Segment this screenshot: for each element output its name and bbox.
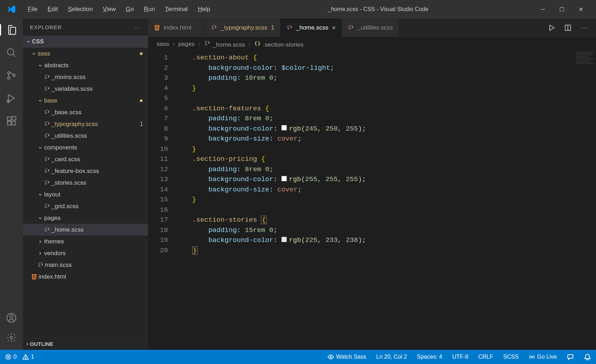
file-row[interactable]: _home.scss bbox=[23, 224, 148, 236]
chevron-right-icon bbox=[25, 342, 30, 347]
file-row[interactable]: _variables.scss bbox=[23, 83, 148, 95]
sass-file-icon bbox=[43, 109, 51, 116]
tab-_utilities-scss[interactable]: _utilities.scss bbox=[342, 19, 399, 37]
go-live[interactable]: Go Live bbox=[529, 354, 557, 360]
vscode-logo-icon bbox=[6, 4, 16, 14]
menu-go[interactable]: Go bbox=[121, 4, 139, 15]
chevron-down-icon bbox=[25, 39, 32, 44]
indentation[interactable]: Spaces: 4 bbox=[417, 354, 442, 360]
sass-file-icon bbox=[43, 86, 51, 92]
explorer-icon[interactable] bbox=[6, 24, 18, 36]
file-row[interactable]: main.scss bbox=[23, 259, 148, 271]
editor-group: index.html_typography.scss1_home.scss×_u… bbox=[148, 19, 596, 350]
workspace-folder[interactable]: CSS bbox=[23, 36, 148, 48]
html-file-icon bbox=[30, 274, 38, 280]
menu-edit[interactable]: Edit bbox=[42, 4, 63, 15]
chevron-down-icon bbox=[36, 63, 44, 68]
sass-file-icon bbox=[43, 168, 51, 174]
menu-file[interactable]: File bbox=[23, 4, 42, 15]
svg-line-1 bbox=[13, 54, 16, 57]
folder-row[interactable]: sass● bbox=[23, 48, 148, 59]
breadcrumb-item[interactable]: _home.scss bbox=[204, 40, 245, 48]
sass-file-icon bbox=[43, 203, 51, 210]
svg-point-3 bbox=[7, 77, 10, 79]
more-icon[interactable]: ··· bbox=[134, 24, 141, 30]
problems-errors[interactable]: 0 bbox=[5, 354, 17, 360]
folder-row[interactable]: layout bbox=[23, 189, 148, 200]
file-row[interactable]: _base.scss bbox=[23, 106, 148, 118]
chevron-right-icon bbox=[36, 239, 44, 244]
explorer-sidebar: EXPLORER ··· CSS sass●abstracts_mixins.s… bbox=[23, 19, 148, 350]
more-icon[interactable]: ··· bbox=[581, 24, 588, 32]
notifications-bell-icon[interactable] bbox=[584, 353, 591, 360]
folder-row[interactable]: components bbox=[23, 142, 148, 153]
folder-row[interactable]: vendors bbox=[23, 247, 148, 259]
language-mode[interactable]: SCSS bbox=[503, 354, 519, 360]
extensions-icon[interactable] bbox=[6, 115, 17, 127]
menu-run[interactable]: Run bbox=[139, 4, 160, 15]
titlebar: FileEditSelectionViewGoRunTerminalHelp _… bbox=[0, 0, 596, 19]
maximize-icon[interactable]: ☐ bbox=[559, 6, 564, 13]
breadcrumb[interactable]: sass›pages› _home.scss› .section-stories bbox=[148, 37, 596, 51]
breadcrumb-item[interactable]: sass bbox=[157, 41, 169, 48]
breadcrumb-separator: › bbox=[249, 41, 251, 48]
encoding[interactable]: UTF-8 bbox=[452, 354, 468, 360]
svg-point-11 bbox=[10, 315, 13, 318]
html-file-icon bbox=[154, 25, 160, 31]
svg-point-18 bbox=[330, 356, 332, 358]
file-row[interactable]: _utilities.scss bbox=[23, 130, 148, 142]
svg-rect-9 bbox=[12, 117, 16, 120]
eol[interactable]: CRLF bbox=[479, 354, 493, 360]
close-tab-icon[interactable]: × bbox=[332, 24, 336, 32]
accounts-icon[interactable] bbox=[6, 312, 17, 323]
svg-rect-7 bbox=[7, 121, 11, 125]
file-row[interactable]: _feature-box.scss bbox=[23, 165, 148, 177]
breadcrumb-item[interactable]: pages bbox=[178, 41, 195, 48]
menu-view[interactable]: View bbox=[98, 4, 121, 15]
tab-_home-scss[interactable]: _home.scss× bbox=[281, 19, 342, 37]
settings-gear-icon[interactable] bbox=[6, 332, 17, 343]
menubar: FileEditSelectionViewGoRunTerminalHelp bbox=[23, 4, 215, 15]
minimap[interactable] bbox=[575, 51, 596, 350]
folder-row[interactable]: base● bbox=[23, 95, 148, 106]
folder-row[interactable]: themes bbox=[23, 236, 148, 247]
menu-help[interactable]: Help bbox=[193, 4, 215, 15]
tab-_typography-scss[interactable]: _typography.scss1 bbox=[205, 19, 281, 37]
sass-file-icon bbox=[43, 227, 51, 233]
problems-warnings[interactable]: 1 bbox=[22, 354, 34, 360]
code-editor[interactable]: 1234567891011121314151617181920 .section… bbox=[148, 51, 596, 350]
file-row[interactable]: _card.scss bbox=[23, 153, 148, 165]
workspace-label: CSS bbox=[32, 38, 44, 45]
feedback-icon[interactable] bbox=[567, 353, 574, 360]
source-control-icon[interactable] bbox=[6, 70, 17, 81]
run-debug-icon[interactable] bbox=[6, 93, 17, 104]
sass-file-icon bbox=[204, 40, 210, 47]
file-row[interactable]: _mixins.scss bbox=[23, 71, 148, 83]
file-row[interactable]: index.html bbox=[23, 271, 148, 283]
split-editor-icon[interactable] bbox=[564, 24, 571, 31]
file-row[interactable]: _grid.scss bbox=[23, 200, 148, 212]
file-row[interactable]: _typography.scss1 bbox=[23, 118, 148, 130]
sass-file-icon bbox=[43, 156, 51, 163]
modified-count: 1 bbox=[140, 121, 148, 127]
menu-selection[interactable]: Selection bbox=[63, 4, 98, 15]
close-icon[interactable]: ✕ bbox=[579, 6, 583, 13]
menu-terminal[interactable]: Terminal bbox=[160, 4, 193, 15]
file-row[interactable]: _stories.scss bbox=[23, 177, 148, 189]
sass-file-icon bbox=[43, 74, 51, 80]
chevron-right-icon bbox=[36, 251, 44, 256]
code-content[interactable]: .section-about { background-color: $colo… bbox=[176, 51, 596, 350]
folder-row[interactable]: abstracts bbox=[23, 59, 148, 71]
outline-section[interactable]: OUTLINE bbox=[23, 338, 148, 350]
cursor-position[interactable]: Ln 20, Col 2 bbox=[376, 354, 407, 360]
watch-sass[interactable]: Watch Sass bbox=[328, 354, 366, 360]
breadcrumb-separator: › bbox=[173, 41, 175, 48]
run-icon[interactable] bbox=[548, 24, 555, 31]
breadcrumb-item[interactable]: .section-stories bbox=[254, 40, 304, 48]
sass-file-icon bbox=[43, 133, 51, 139]
search-icon[interactable] bbox=[6, 47, 17, 58]
line-number-gutter: 1234567891011121314151617181920 bbox=[148, 51, 176, 350]
minimize-icon[interactable]: ─ bbox=[541, 6, 545, 13]
tab-index-html[interactable]: index.html bbox=[148, 19, 205, 37]
folder-row[interactable]: pages bbox=[23, 212, 148, 224]
